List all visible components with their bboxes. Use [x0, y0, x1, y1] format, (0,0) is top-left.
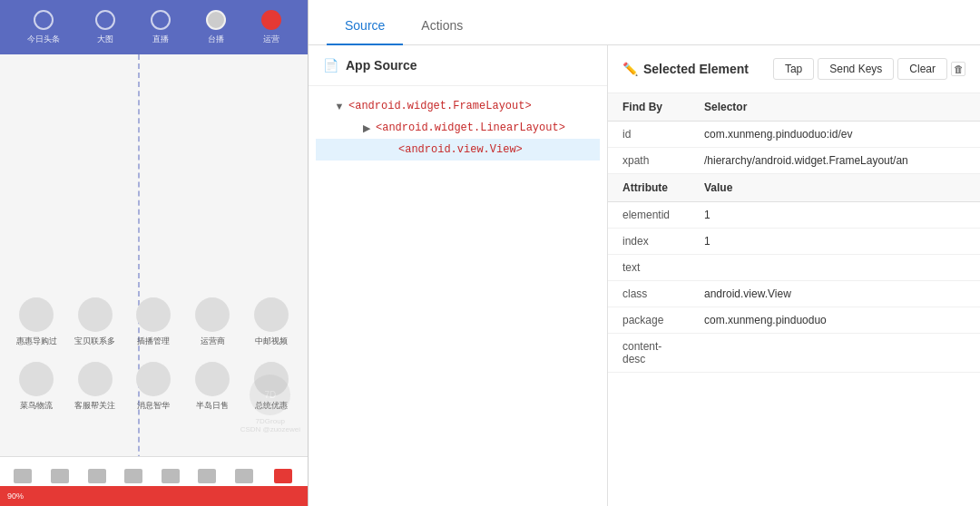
attr-row-1: index 1 [608, 229, 980, 255]
nav-item-2: 直播 [151, 10, 171, 45]
attr-value-3: android.view.View [690, 281, 980, 307]
source-tree: ▼ <android.widget.FrameLayout> ▶ <androi… [309, 86, 607, 506]
tree-item-1[interactable]: ▶ <android.widget.LinearLayout> [316, 117, 600, 139]
attr-name-0: elementid [608, 202, 690, 229]
nav-circle-4 [261, 10, 281, 30]
tap-button[interactable]: Tap [773, 58, 814, 80]
selector-header: Selector [690, 93, 980, 122]
selected-panel-header: ✏️ Selected Element Tap Send Keys Clear … [608, 45, 980, 93]
attribute-table: Attribute Value elementid 1 index 1 [608, 174, 980, 373]
find-by-header: Find By [608, 93, 690, 122]
grid-item-2: 插播管理 [129, 297, 179, 347]
attr-name-5: content-desc [608, 334, 690, 373]
grid-item-4: 中邮视频 [246, 297, 296, 347]
bottom-icon-3 [124, 469, 142, 483]
grid-item-0: 惠惠导购过 [12, 297, 62, 347]
tab-source[interactable]: Source [327, 7, 403, 45]
nav-item-3: 台播 [206, 10, 226, 45]
tree-item-0[interactable]: ▼ <android.widget.FrameLayout> [316, 95, 600, 117]
selected-panel-title-text: Selected Element [643, 62, 749, 76]
grid-icon-8 [195, 362, 230, 396]
selected-panel-title-group: ✏️ Selected Element [622, 62, 749, 76]
grid-icon-0 [19, 297, 54, 332]
tree-arrow-0[interactable]: ▼ [334, 101, 345, 112]
grid-item-7: 消息智华 [129, 362, 179, 412]
selector-value-0: com.xunmeng.pinduoduo:id/ev [690, 122, 980, 148]
source-panel-title: App Source [346, 58, 417, 73]
source-panel-header: 📄 App Source [309, 45, 607, 86]
status-text: 90% [7, 491, 24, 501]
grid-icon-4 [254, 297, 289, 332]
properties-section: Find By Selector id com.xunmeng.pinduodu… [608, 93, 980, 506]
attr-row-4: package com.xunmeng.pinduoduo [608, 307, 980, 334]
grid-icon-1 [78, 297, 113, 332]
attr-value-0: 1 [690, 202, 980, 229]
grid-label-6: 客服帮关注 [74, 400, 115, 412]
attr-value-1: 1 [690, 229, 980, 255]
grid-label-2: 插播管理 [137, 336, 170, 347]
action-buttons-group: Tap Send Keys Clear 🗑 [773, 58, 965, 80]
bottom-icon-6 [235, 469, 253, 483]
grid-label-8: 半岛日售 [196, 400, 229, 412]
attr-name-1: index [608, 229, 690, 255]
nav-label-0: 今日头条 [27, 34, 60, 45]
inspector-panel: Source Actions 📄 App Source ▼ <android.w… [309, 0, 980, 506]
grid-label-5: 菜鸟物流 [20, 400, 53, 412]
pencil-icon: ✏️ [622, 62, 638, 76]
grid-label-1: 宝贝联系多 [74, 336, 115, 347]
attr-name-4: package [608, 307, 690, 334]
tree-node-text-0: <android.widget.FrameLayout> [348, 100, 532, 112]
nav-label-1: 大图 [97, 34, 113, 45]
grid-row-2: 菜鸟物流 客服帮关注 消息智华 半岛日售 总统优惠 [7, 362, 300, 412]
selector-table: Find By Selector id com.xunmeng.pinduodu… [608, 93, 980, 174]
dashed-line [138, 54, 140, 506]
grid-icon-9 [254, 362, 289, 396]
selector-row-0: id com.xunmeng.pinduoduo:id/ev [608, 122, 980, 148]
grid-row-1: 惠惠导购过 宝贝联系多 插播管理 运营商 中邮视频 [7, 297, 300, 347]
bottom-icon-0 [14, 469, 32, 483]
attr-row-5: content-desc [608, 334, 980, 373]
attr-name-3: class [608, 281, 690, 307]
grid-icon-2 [136, 297, 171, 332]
nav-item-4: 运营 [261, 10, 281, 45]
attribute-header: Attribute [608, 174, 690, 202]
nav-circle-0 [34, 10, 54, 30]
attr-value-2 [690, 255, 980, 281]
tree-arrow-1[interactable]: ▶ [361, 122, 372, 134]
nav-label-2: 直播 [152, 34, 169, 45]
nav-circle-3 [206, 10, 226, 30]
nav-circle-2 [151, 10, 171, 30]
value-header: Value [690, 174, 980, 202]
nav-item-1: 大图 [95, 10, 115, 45]
grid-item-1: 宝贝联系多 [70, 297, 120, 347]
grid-label-9: 总统优惠 [255, 400, 288, 412]
selector-findby-1: xpath [608, 148, 690, 174]
tabs-bar: Source Actions [309, 0, 980, 45]
attr-row-3: class android.view.View [608, 281, 980, 307]
device-top-nav: 今日头条 大图 直播 台播 运营 [0, 0, 308, 54]
tree-item-2[interactable]: ▶ <android.view.View> [316, 139, 600, 161]
tree-node-text-2: <android.view.View> [398, 143, 523, 156]
grid-item-6: 客服帮关注 [70, 362, 120, 412]
attr-row-0: elementid 1 [608, 202, 980, 229]
attr-value-4: com.xunmeng.pinduoduo [690, 307, 980, 334]
selector-value-1: /hierarchy/android.widget.FrameLayout/an [690, 148, 980, 174]
selected-element-panel: ✏️ Selected Element Tap Send Keys Clear … [608, 45, 980, 506]
trash-button[interactable]: 🗑 [951, 62, 965, 76]
attr-row-2: text [608, 255, 980, 281]
nav-item-0: 今日头条 [27, 10, 60, 45]
doc-icon: 📄 [323, 58, 338, 73]
bottom-icon-1 [51, 469, 69, 483]
device-screen: 今日头条 大图 直播 台播 运营 [0, 0, 308, 506]
selector-row-1: xpath /hierarchy/android.widget.FrameLay… [608, 148, 980, 174]
nav-circle-1 [95, 10, 115, 30]
tab-actions[interactable]: Actions [403, 7, 481, 45]
attr-name-2: text [608, 255, 690, 281]
send-keys-button[interactable]: Send Keys [818, 58, 894, 80]
bottom-icon-2 [88, 469, 106, 483]
grid-label-7: 消息智华 [137, 400, 170, 412]
nav-label-4: 运营 [263, 34, 279, 45]
bottom-icon-4 [162, 469, 180, 483]
nav-label-3: 台播 [208, 34, 224, 45]
clear-button[interactable]: Clear [897, 58, 947, 80]
